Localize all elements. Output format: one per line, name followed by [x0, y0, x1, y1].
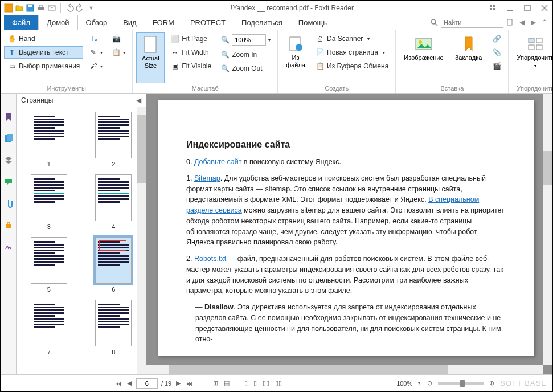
attach-button[interactable]: 📎: [489, 46, 505, 59]
scanner-button[interactable]: 🖨Da Scanner▾: [312, 32, 392, 45]
doc-link-robots[interactable]: Robots.txt: [194, 255, 226, 263]
image-button[interactable]: Изображение: [399, 32, 448, 83]
save-icon[interactable]: [26, 3, 35, 13]
zoom-dropdown-icon[interactable]: ▾: [417, 381, 421, 386]
select-annotation-button[interactable]: ▭Выбор примечания: [4, 60, 83, 72]
clipboard-button[interactable]: 📋▾: [108, 46, 129, 59]
nav-forward-icon[interactable]: ▶: [529, 18, 538, 27]
zoom-in-button[interactable]: 🔍Zoom In: [217, 48, 274, 61]
tab-form[interactable]: FORM: [145, 15, 182, 30]
first-page-button[interactable]: ⏮: [114, 380, 122, 387]
search-input[interactable]: [441, 17, 503, 28]
tab-help[interactable]: Помощь: [290, 15, 335, 30]
bookmark-button[interactable]: Закладка: [450, 32, 487, 83]
new-page-icon: 📄: [316, 48, 325, 57]
fit-visible-button[interactable]: ▣Fit Visible: [167, 60, 215, 72]
svg-point-14: [431, 19, 436, 24]
zoom-value-input[interactable]: 🔍▾: [217, 32, 274, 47]
thumbnail-label: 8: [86, 349, 142, 356]
thumbnail-page-5[interactable]: 5: [21, 237, 77, 293]
select-text-button[interactable]: TВыделить текст: [4, 46, 83, 59]
prev-page-button[interactable]: ◀: [126, 379, 133, 387]
zoom-in-status-button[interactable]: ⊕: [488, 379, 495, 387]
zoom-slider[interactable]: [438, 382, 484, 385]
ribbon-collapse-icon[interactable]: ⌃: [540, 18, 549, 27]
doc-scrollbar-vertical[interactable]: [543, 94, 552, 365]
tab-share[interactable]: Поделиться: [234, 15, 290, 30]
actual-size-button[interactable]: Actual Size: [136, 32, 165, 83]
doc-prev-icon[interactable]: [506, 18, 515, 27]
search-icon[interactable]: [429, 18, 439, 27]
close-icon[interactable]: [540, 3, 549, 13]
pages-thumbnails[interactable]: 12345678: [17, 107, 146, 374]
svg-rect-9: [493, 8, 495, 10]
undo-icon[interactable]: [65, 3, 74, 13]
redo-icon[interactable]: [76, 3, 85, 13]
doc-scrollbar-horizontal[interactable]: [146, 365, 543, 374]
maximize-icon[interactable]: [523, 3, 532, 13]
next-page-button[interactable]: ▶: [175, 379, 182, 387]
tab-review[interactable]: Обзор: [78, 15, 116, 30]
thumbnail-page-1[interactable]: 1: [21, 112, 77, 168]
security-panel-icon[interactable]: [3, 219, 14, 231]
snapshot-icon: Tₒ: [89, 34, 98, 43]
svg-rect-22: [529, 38, 534, 43]
print-icon[interactable]: [36, 3, 46, 13]
zoom-out-status-button[interactable]: ⊖: [426, 379, 433, 387]
thumbnail-page-3[interactable]: 3: [21, 174, 77, 230]
hand-tool-button[interactable]: ✋Hand: [4, 32, 83, 45]
zoom-out-button[interactable]: 🔍Zoom Out: [217, 62, 274, 75]
pages-panel-icon[interactable]: [3, 133, 14, 144]
document-viewport[interactable]: Индексирование сайта 0. Добавьте сайт в …: [146, 94, 552, 374]
from-clipboard-button[interactable]: 📋Из Буфера Обмена: [312, 60, 392, 72]
doc-link-add-site[interactable]: Добавьте сайт: [194, 158, 241, 166]
email-icon[interactable]: [47, 3, 56, 13]
zoom-out-icon: 🔍: [220, 64, 230, 73]
last-page-button[interactable]: ⏭: [185, 380, 194, 387]
layout-single-icon[interactable]: ▯: [243, 379, 249, 387]
thumbnail-page-4[interactable]: 4: [86, 174, 142, 230]
comments-panel-icon[interactable]: [3, 176, 14, 187]
layers-panel-icon[interactable]: [3, 154, 14, 166]
zoom-input[interactable]: [232, 34, 266, 46]
nav-back-icon[interactable]: ◀: [517, 18, 526, 27]
ribbon-group-create: Из файла 🖨Da Scanner▾ 📄Новая страница▾ 📋…: [278, 30, 396, 93]
thumbnail-page-8[interactable]: 8: [86, 300, 142, 356]
signatures-panel-icon[interactable]: [3, 241, 14, 252]
page-number-input[interactable]: [136, 378, 158, 389]
bookmarks-panel-icon[interactable]: [3, 111, 14, 122]
tab-file[interactable]: Файл: [4, 15, 38, 30]
tab-view[interactable]: Вид: [115, 15, 145, 30]
new-page-button[interactable]: 📄Новая страница▾: [312, 46, 392, 59]
layout-facing-icon[interactable]: ▯▯: [261, 379, 271, 387]
thumbnail-page-7[interactable]: 7: [21, 300, 77, 356]
thumbnail-label: 3: [21, 223, 77, 230]
pages-panel-close-icon[interactable]: ◀: [136, 96, 141, 104]
layout-continuous-icon[interactable]: ▯: [252, 379, 258, 387]
media-button[interactable]: 🎬: [489, 60, 505, 72]
view-mode-1-icon[interactable]: ⊞: [212, 379, 219, 387]
tab-home[interactable]: Домой: [38, 15, 78, 30]
fit-width-button[interactable]: ↔Fit Width: [167, 46, 215, 59]
tab-protect[interactable]: PROTECT: [182, 15, 234, 30]
open-icon[interactable]: [15, 3, 24, 13]
layout-continuous-facing-icon[interactable]: ▯▯: [274, 379, 283, 387]
qat-dropdown-icon[interactable]: ▼: [87, 3, 96, 13]
attachments-panel-icon[interactable]: [3, 198, 14, 209]
link-button[interactable]: 🔗: [489, 32, 505, 45]
camera-button[interactable]: 📷: [108, 32, 129, 45]
doc-link-sitemap[interactable]: Sitemap: [194, 174, 220, 182]
arrange-button[interactable]: Упорядочить ▾: [512, 32, 553, 83]
pages-scrollbar[interactable]: [137, 107, 146, 374]
ribbon-options-icon[interactable]: [489, 3, 498, 13]
fit-page-button[interactable]: ⬜Fit Page: [167, 32, 215, 45]
view-mode-2-icon[interactable]: ▤: [223, 379, 231, 387]
highlight-button[interactable]: ✎▾: [85, 46, 106, 59]
snapshot-button[interactable]: Tₒ: [85, 32, 106, 45]
thumbnail-page-6[interactable]: 6: [86, 237, 142, 293]
from-file-button[interactable]: Из файла: [281, 32, 310, 83]
thumbnail-page-2[interactable]: 2: [86, 112, 142, 168]
format-button[interactable]: 🖌▾: [85, 60, 106, 72]
thumbnail-label: 1: [21, 161, 77, 168]
minimize-icon[interactable]: [506, 3, 515, 13]
